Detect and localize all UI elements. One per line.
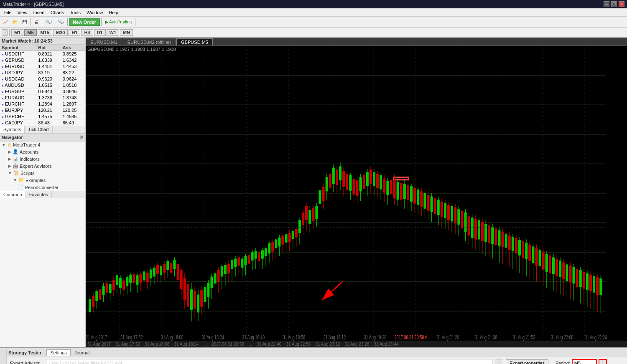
tf-mn-button[interactable]: MN (120, 29, 133, 36)
nav-item-metatrader4[interactable]: ▼ 🖥 MetaTrader 4 (0, 142, 85, 148)
mw-row[interactable]: ● EURAUD 1.3736 1.3748 (0, 95, 85, 101)
svg-rect-145 (295, 229, 298, 238)
svg-rect-115 (244, 256, 247, 265)
svg-rect-29 (99, 289, 101, 300)
mw-row[interactable]: ● GBPCHF 1.4575 1.4585 (0, 114, 85, 120)
nav-item-scripts[interactable]: ▼ 📜 Scripts (0, 169, 85, 177)
mw-row[interactable]: ● EURCHF 1.2894 1.2897 (0, 101, 85, 107)
mw-tab-tick-chart[interactable]: Tick Chart (25, 126, 53, 133)
svg-rect-27 (95, 291, 98, 301)
nav-indicators-icon: 📊 (13, 156, 18, 162)
close-button[interactable]: ✕ (619, 1, 624, 7)
mw-bid: 1.4451 (36, 63, 61, 70)
mw-row[interactable]: ● CADJPY 86.43 86.49 (0, 120, 85, 126)
menu-file[interactable]: File (2, 9, 14, 16)
nav-tab-favorites[interactable]: Favorites (26, 191, 52, 198)
mw-row[interactable]: ● USDCHF 0.8921 0.8925 (0, 51, 85, 57)
svg-rect-25 (92, 296, 94, 308)
navigator-close-button[interactable]: ✕ (79, 134, 84, 140)
strategy-tester-title: Strategy Tester (8, 350, 41, 355)
new-chart-button[interactable]: 📈 (1, 18, 10, 25)
expert-advisor-dropdown-button[interactable]: ▼ (495, 359, 503, 364)
tf-m30-button[interactable]: M30 (53, 29, 68, 36)
svg-rect-93 (207, 283, 209, 297)
chart-area: EURUSD,M1 EURUSD,M2 (offline) GBPUSD,M5 … (86, 38, 627, 347)
print-button[interactable]: 🖨 (32, 18, 41, 25)
menu-view[interactable]: View (15, 9, 30, 16)
strategy-tester-side-label[interactable]: Strategy Tester (0, 348, 7, 364)
new-order-button[interactable]: New Order (69, 18, 100, 26)
tester-tab-journal[interactable]: Journal (71, 349, 93, 356)
open-button[interactable]: 📂 (10, 18, 20, 25)
svg-rect-195 (380, 175, 382, 190)
nav-item-ea-label: Expert Advisors (20, 164, 51, 169)
mw-tab-symbols[interactable]: Symbols (0, 126, 25, 133)
nav-item-examples[interactable]: ▼ 📁 Examples (0, 177, 85, 184)
nav-accounts-expand-icon: ▶ (8, 149, 11, 154)
svg-rect-143 (292, 231, 294, 239)
nav-item-period-converter[interactable]: 📄 PeriodConverter (0, 184, 85, 191)
mw-row[interactable]: ● AUDUSD 1.0515 1.0518 (0, 82, 85, 88)
menu-charts[interactable]: Charts (48, 9, 66, 16)
autotrading-button[interactable]: ▶ AutoTrading (103, 18, 134, 25)
tf-m15-button[interactable]: M15 (38, 29, 52, 36)
nav-item-accounts[interactable]: ▶ 👤 Accounts (0, 148, 85, 155)
svg-rect-320 (589, 275, 592, 291)
tf-m5-button[interactable]: M5 (24, 29, 36, 36)
mw-row[interactable]: ● EURGBP 0.8843 0.8846 (0, 88, 85, 95)
minimize-button[interactable]: — (604, 1, 609, 7)
svg-rect-75 (177, 264, 179, 280)
svg-rect-121 (255, 251, 257, 258)
svg-rect-83 (190, 289, 193, 310)
menu-help[interactable]: Help (106, 9, 121, 16)
svg-text:31 Aug 21:20: 31 Aug 21:20 (437, 334, 459, 340)
nav-item-indicators[interactable]: ▶ 📊 Indicators (0, 155, 85, 162)
svg-rect-240 (454, 207, 456, 223)
nav-left-button[interactable]: ◀ (2, 29, 8, 36)
mw-symbol: ● USDCHF (0, 51, 36, 57)
maximize-button[interactable]: ❐ (611, 1, 617, 7)
svg-rect-222 (423, 193, 426, 209)
svg-rect-165 (329, 174, 331, 188)
tf-d1-button[interactable]: D1 (94, 29, 106, 36)
svg-rect-147 (298, 220, 301, 233)
tf-h1-button[interactable]: H1 (69, 29, 80, 36)
mw-bid: 0.8921 (36, 51, 61, 57)
tf-w1-button[interactable]: W1 (107, 29, 120, 36)
menu-window[interactable]: Window (84, 9, 105, 16)
svg-rect-191 (373, 172, 375, 186)
mw-row[interactable]: ● EURUSD 1.4451 1.4453 (0, 63, 85, 70)
svg-rect-157 (315, 206, 318, 219)
mw-symbol: ● EURJPY (0, 107, 36, 114)
tf-h4-button[interactable]: H4 (81, 29, 93, 36)
tester-tab-settings[interactable]: Settings (46, 349, 71, 356)
chart-tab-gbpusd-m5[interactable]: GBPUSD,M5 (176, 38, 213, 46)
mw-symbol: ● GBPCHF (0, 114, 36, 120)
mw-row[interactable]: ● GBPUSD 1.6339 1.6342 (0, 57, 85, 63)
menu-insert[interactable]: Insert (31, 9, 47, 16)
period-input[interactable] (572, 359, 597, 364)
left-panel: Market Watch: 16:24:53 Symbol Bid Ask ● … (0, 38, 86, 347)
period-dropdown-button[interactable]: ▼ (599, 359, 607, 364)
svg-rect-99 (217, 270, 220, 282)
chart-canvas[interactable]: GBPUSD,M5 1.1907 1.1908 1.1907 1.1908 1.… (86, 46, 627, 341)
zoom-in-button[interactable]: 🔍+ (43, 18, 55, 25)
expert-properties-button[interactable]: Expert properties (506, 359, 548, 364)
zoom-out-button[interactable]: 🔍- (56, 18, 66, 25)
market-watch: Market Watch: 16:24:53 Symbol Bid Ask ● … (0, 38, 85, 134)
chart-time-info: 31 Aug 2017 31 Aug 17:52 31 Aug 18:08 31… (87, 342, 399, 346)
tf-m1-button[interactable]: M1 (11, 29, 23, 36)
sep3 (67, 18, 68, 26)
mw-row[interactable]: ● USDCAD 0.9620 0.9624 (0, 76, 85, 82)
save-button[interactable]: 💾 (20, 18, 29, 25)
mw-bid: 1.2894 (36, 101, 61, 107)
svg-rect-310 (572, 267, 575, 284)
nav-item-expert-advisors[interactable]: ▶ 🤖 Expert Advisors (0, 162, 85, 169)
mw-row[interactable]: ● USDJPY 83.19 83.22 (0, 70, 85, 76)
mw-row[interactable]: ● EURJPY 120.21 120.25 (0, 107, 85, 114)
chart-tab-eurusd-m1[interactable]: EURUSD,M1 (86, 38, 122, 46)
svg-rect-63 (156, 265, 159, 274)
nav-tab-common[interactable]: Common (0, 191, 26, 198)
chart-tab-eurusd-m2[interactable]: EURUSD,M2 (offline) (123, 38, 176, 46)
menu-tools[interactable]: Tools (67, 9, 83, 16)
